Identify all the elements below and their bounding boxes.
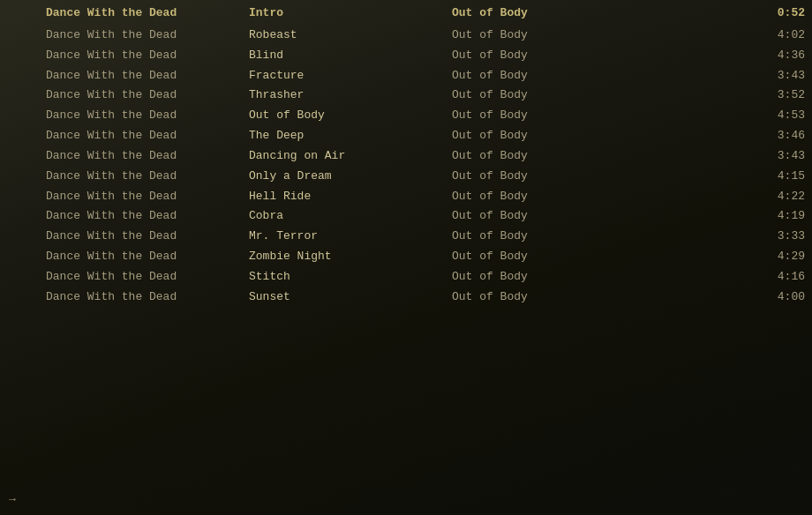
track-duration: 4:22 <box>752 189 805 205</box>
track-title: Zombie Night <box>249 249 452 265</box>
track-duration: 3:43 <box>752 68 805 85</box>
track-album: Out of Body <box>452 228 628 245</box>
track-duration: 4:36 <box>752 48 805 64</box>
track-title: Robeast <box>249 27 452 44</box>
track-album: Out of Body <box>452 27 628 44</box>
track-title: Hell Ride <box>249 189 452 205</box>
track-list: Dance With the Dead Intro Out of Body 0:… <box>0 0 812 311</box>
header-artist: Dance With the Dead <box>46 5 249 22</box>
track-duration: 4:19 <box>752 208 805 225</box>
track-artist: Dance With the Dead <box>46 128 249 145</box>
track-album: Out of Body <box>452 269 628 286</box>
table-row[interactable]: Dance With the DeadOnly a DreamOut of Bo… <box>0 167 812 187</box>
track-album: Out of Body <box>452 148 628 165</box>
track-duration: 4:53 <box>752 108 805 124</box>
table-row[interactable]: Dance With the DeadZombie NightOut of Bo… <box>0 247 812 267</box>
track-artist: Dance With the Dead <box>46 148 249 165</box>
table-row[interactable]: Dance With the DeadCobraOut of Body4:19 <box>0 206 812 227</box>
track-title: Cobra <box>249 208 452 225</box>
track-artist: Dance With the Dead <box>46 269 249 286</box>
track-duration: 3:46 <box>752 128 805 145</box>
header-album: Out of Body <box>452 5 628 22</box>
header-title: Intro <box>249 5 452 22</box>
track-album: Out of Body <box>452 168 628 185</box>
track-artist: Dance With the Dead <box>46 289 249 306</box>
track-title: Mr. Terror <box>249 228 452 245</box>
track-album: Out of Body <box>452 87 628 104</box>
track-artist: Dance With the Dead <box>46 27 249 44</box>
track-artist: Dance With the Dead <box>46 208 249 225</box>
track-album: Out of Body <box>452 68 628 85</box>
track-title: Thrasher <box>249 87 452 104</box>
track-duration: 4:16 <box>752 269 805 286</box>
table-row[interactable]: Dance With the DeadDancing on AirOut of … <box>0 146 812 167</box>
track-album: Out of Body <box>452 48 628 64</box>
table-row[interactable]: Dance With the DeadOut of BodyOut of Bod… <box>0 106 812 126</box>
table-row[interactable]: Dance With the DeadSunsetOut of Body4:00 <box>0 287 812 308</box>
track-album: Out of Body <box>452 249 628 265</box>
header-duration: 0:52 <box>752 5 805 22</box>
track-album: Out of Body <box>452 208 628 225</box>
track-title: Only a Dream <box>249 168 452 185</box>
track-duration: 3:43 <box>752 148 805 165</box>
track-album: Out of Body <box>452 189 628 205</box>
track-duration: 4:02 <box>752 27 805 44</box>
table-row[interactable]: Dance With the DeadHell RideOut of Body4… <box>0 187 812 207</box>
track-artist: Dance With the Dead <box>46 228 249 245</box>
track-artist: Dance With the Dead <box>46 168 249 185</box>
track-artist: Dance With the Dead <box>46 108 249 124</box>
track-title: Sunset <box>249 289 452 306</box>
track-list-header: Dance With the Dead Intro Out of Body 0:… <box>0 4 812 26</box>
track-duration: 4:00 <box>752 289 805 306</box>
track-duration: 4:29 <box>752 249 805 265</box>
track-title: Dancing on Air <box>249 148 452 165</box>
table-row[interactable]: Dance With the DeadFractureOut of Body3:… <box>0 66 812 86</box>
track-artist: Dance With the Dead <box>46 68 249 85</box>
track-title: The Deep <box>249 128 452 145</box>
table-row[interactable]: Dance With the DeadStitchOut of Body4:16 <box>0 267 812 287</box>
track-artist: Dance With the Dead <box>46 249 249 265</box>
track-title: Stitch <box>249 269 452 286</box>
track-artist: Dance With the Dead <box>46 87 249 104</box>
table-row[interactable]: Dance With the DeadThe DeepOut of Body3:… <box>0 126 812 146</box>
track-title: Out of Body <box>249 108 452 124</box>
track-album: Out of Body <box>452 289 628 306</box>
table-row[interactable]: Dance With the DeadRobeastOut of Body4:0… <box>0 26 812 46</box>
track-duration: 4:15 <box>752 168 805 185</box>
table-row[interactable]: Dance With the DeadMr. TerrorOut of Body… <box>0 227 812 247</box>
table-row[interactable]: Dance With the DeadThrasherOut of Body3:… <box>0 86 812 106</box>
track-album: Out of Body <box>452 128 628 145</box>
track-album: Out of Body <box>452 108 628 124</box>
track-title: Fracture <box>249 68 452 85</box>
table-row[interactable]: Dance With the DeadBlindOut of Body4:36 <box>0 46 812 66</box>
track-title: Blind <box>249 48 452 64</box>
track-artist: Dance With the Dead <box>46 48 249 64</box>
arrow-indicator: → <box>9 493 16 506</box>
track-duration: 3:52 <box>752 87 805 104</box>
track-artist: Dance With the Dead <box>46 189 249 205</box>
track-duration: 3:33 <box>752 228 805 245</box>
